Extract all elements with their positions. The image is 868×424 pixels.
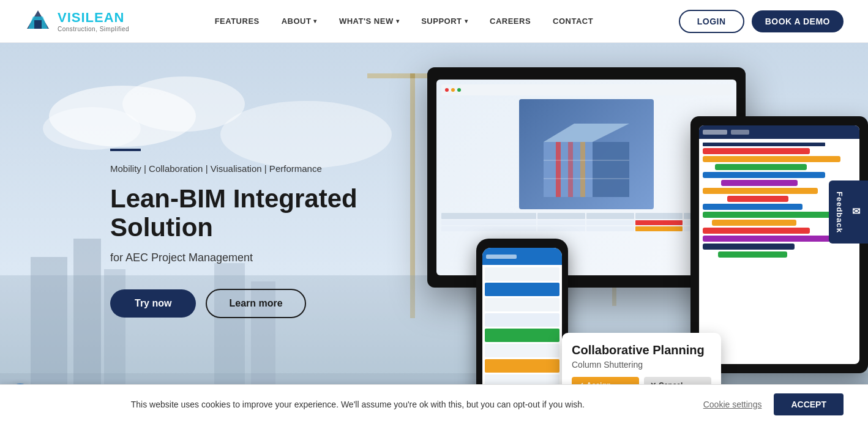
nav-whats-new[interactable]: WHAT'S NEW▾: [331, 12, 408, 31]
hero-accent-line: [110, 149, 141, 151]
gantt-bar-12: [703, 236, 840, 242]
chevron-down-icon: ▾: [465, 18, 468, 24]
logo-text: VISILEAN Construction, Simplified: [58, 10, 129, 32]
collab-card-subtitle: Column Shuttering: [572, 360, 711, 370]
hero-subtitle: for AEC Project Management: [110, 251, 380, 264]
svg-rect-2: [34, 20, 42, 29]
gantt-bar-5: [721, 180, 798, 186]
building-3d-svg: [525, 105, 648, 203]
logo-icon: [24, 8, 51, 35]
navbar: VISILEAN Construction, Simplified FEATUR…: [0, 0, 868, 43]
gantt-bar-8: [703, 204, 803, 210]
tablet-screen: [699, 125, 859, 364]
svg-rect-24: [556, 142, 561, 197]
gantt-bar-2: [703, 156, 840, 162]
svg-rect-22: [593, 142, 629, 197]
toolbar-dot-red: [445, 88, 449, 92]
svg-rect-26: [580, 142, 585, 197]
logo-visi: VISI: [58, 10, 86, 25]
learn-more-button[interactable]: Learn more: [206, 289, 305, 318]
gantt-bar-11: [703, 228, 810, 234]
hero-buttons: Try now Learn more: [110, 289, 380, 318]
hero-tagline: Mobility | Collaboration | Visualisation…: [110, 163, 380, 174]
logo-lean: LEAN: [86, 10, 125, 25]
toolbar-dot-green: [457, 88, 461, 92]
hero-devices: Collaborative Planning Column Shuttering…: [427, 67, 868, 422]
svg-point-6: [43, 107, 141, 150]
cookie-text: This website uses cookies to improve you…: [24, 400, 691, 409]
gantt-bar-13: [703, 244, 795, 250]
laptop-3d-view: [519, 99, 654, 209]
try-now-button[interactable]: Try now: [110, 289, 196, 318]
svg-rect-10: [410, 73, 415, 78]
feedback-label: Feedback: [835, 192, 844, 233]
nav-careers[interactable]: CAREERS: [481, 12, 539, 31]
gantt-bar-7: [727, 196, 788, 202]
hero-title: Lean-BIM Integrated Solution: [110, 185, 380, 241]
gantt-bar-14: [718, 251, 787, 258]
login-button[interactable]: LOGIN: [679, 10, 744, 33]
navbar-nav: FEATURES ABOUT▾ WHAT'S NEW▾ SUPPORT▾ CAR…: [206, 12, 602, 31]
cookie-banner: This website uses cookies to improve you…: [0, 384, 868, 424]
gantt-bar-1: [703, 148, 810, 154]
hero-section: Mobility | Collaboration | Visualisation…: [0, 43, 868, 424]
tablet-header: [699, 125, 859, 139]
gantt-header: [703, 143, 825, 146]
laptop-row-2: [441, 226, 731, 231]
accept-cookies-button[interactable]: ACCEPT: [774, 393, 844, 415]
hero-content: Mobility | Collaboration | Visualisation…: [0, 149, 380, 318]
gantt-bar-4: [703, 172, 825, 178]
logo[interactable]: VISILEAN Construction, Simplified: [24, 8, 129, 35]
phone-header: [482, 248, 562, 265]
svg-rect-25: [568, 142, 573, 197]
toolbar-dot-yellow: [451, 88, 455, 92]
gantt-bar-3: [715, 164, 807, 170]
chevron-down-icon: ▾: [313, 18, 317, 24]
nav-contact[interactable]: CONTACT: [544, 12, 602, 31]
chevron-down-icon: ▾: [396, 18, 400, 24]
feedback-tab[interactable]: ✉ Feedback: [829, 180, 868, 244]
laptop-toolbar: [441, 84, 731, 95]
nav-about[interactable]: ABOUT▾: [273, 12, 326, 31]
laptop-row-1: [441, 220, 731, 225]
book-demo-button[interactable]: BOOK A DEMO: [752, 10, 844, 32]
collab-card-title: Collaborative Planning: [572, 343, 711, 357]
feedback-icon: ✉: [850, 206, 862, 218]
gantt-bar-10: [712, 220, 796, 226]
laptop-spreadsheet-header: [441, 213, 731, 219]
nav-support[interactable]: SUPPORT▾: [413, 12, 476, 31]
gantt-bar-6: [703, 188, 818, 194]
cookie-settings-button[interactable]: Cookie settings: [703, 400, 762, 409]
svg-marker-23: [544, 124, 629, 142]
logo-tagline: Construction, Simplified: [58, 26, 129, 32]
gantt-bar-9: [703, 212, 833, 218]
navbar-actions: LOGIN BOOK A DEMO: [679, 10, 844, 33]
nav-features[interactable]: FEATURES: [206, 12, 268, 31]
